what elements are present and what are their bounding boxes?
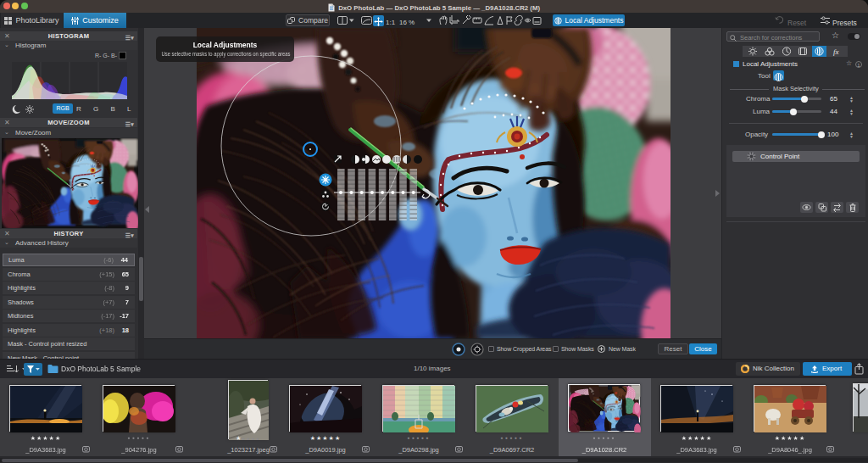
svg-text:fx: fx [833, 47, 839, 56]
